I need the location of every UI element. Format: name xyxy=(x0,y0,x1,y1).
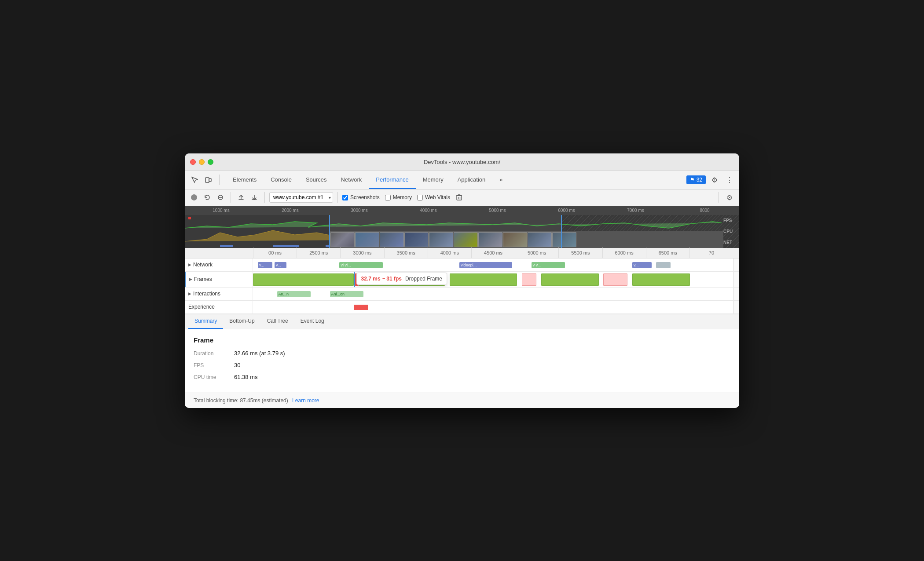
net-scrollbar xyxy=(733,259,739,271)
issues-badge[interactable]: ⚑ 32 xyxy=(686,175,706,184)
svg-rect-10 xyxy=(273,245,299,247)
title-bar: DevTools - www.youtube.com/ xyxy=(185,153,739,171)
reload-button[interactable] xyxy=(202,192,213,203)
download-icon xyxy=(251,194,257,200)
main-tabs: Elements Console Sources Network Perform… xyxy=(226,171,510,189)
summary-title: Frame xyxy=(194,336,730,344)
summary-row-duration: Duration 32.66 ms (at 3.79 s) xyxy=(194,350,730,357)
experience-track-label[interactable]: Experience xyxy=(185,301,253,313)
selection-handle-left[interactable] xyxy=(354,272,355,287)
net-event-7 xyxy=(656,262,671,268)
frame-bar-green-3 xyxy=(450,273,517,286)
interactions-label-text: Interactions xyxy=(193,291,220,297)
r2m-10: 70 xyxy=(689,248,733,258)
overview-ruler: 1000 ms 2000 ms 3000 ms 4000 ms 5000 ms … xyxy=(185,206,739,215)
r2m-1: 2500 ms xyxy=(297,248,340,258)
more-options-button[interactable]: ⋮ xyxy=(723,174,736,186)
interaction-event-2: Ani...on xyxy=(330,291,363,297)
tab-bottom-up[interactable]: Bottom-Up xyxy=(223,314,260,329)
fps-value: 30 xyxy=(234,362,240,368)
memory-checkbox-label[interactable]: Memory xyxy=(385,194,412,200)
target-select-wrap: www.youtube.com #1 xyxy=(269,192,333,203)
frames-track-label[interactable]: ▶ Frames xyxy=(185,272,253,287)
stop-button[interactable] xyxy=(215,192,226,203)
screenshots-checkbox[interactable] xyxy=(342,195,348,200)
tab-summary[interactable]: Summary xyxy=(188,314,223,329)
fps-key: FPS xyxy=(194,362,229,368)
timeline-ruler-2: 00 ms 2500 ms 3000 ms 3500 ms 4000 ms 45… xyxy=(185,248,739,259)
perf-settings-button[interactable]: ⚙ xyxy=(723,191,736,204)
tooltip-label: Dropped Frame xyxy=(405,276,442,282)
tab-elements[interactable]: Elements xyxy=(226,171,264,189)
experience-track-content xyxy=(253,301,733,313)
download-button[interactable] xyxy=(249,192,260,203)
tab-performance[interactable]: Performance xyxy=(369,171,415,189)
maximize-button[interactable] xyxy=(208,159,213,165)
frame-tooltip: 32.7 ms ~ 31 fps Dropped Frame xyxy=(356,273,447,285)
experience-scrollbar xyxy=(733,301,739,313)
close-button[interactable] xyxy=(190,159,196,165)
window-title: DevTools - www.youtube.com/ xyxy=(424,159,500,165)
tab-sources[interactable]: Sources xyxy=(299,171,334,189)
network-track-content: v... v... vi vi... videopl... v v... v..… xyxy=(253,259,733,271)
svg-rect-9 xyxy=(220,245,233,247)
overview-ruler-marks: 1000 ms 2000 ms 3000 ms 4000 ms 5000 ms … xyxy=(187,206,739,215)
performance-toolbar: www.youtube.com #1 Screenshots Memory We… xyxy=(185,189,739,206)
record-circle-icon xyxy=(191,194,197,200)
upload-button[interactable] xyxy=(235,192,247,203)
tab-event-log[interactable]: Event Log xyxy=(294,314,330,329)
interactions-track-row: ▶ Interactions An...n Ani...on xyxy=(185,288,739,301)
r2m-4: 4000 ms xyxy=(428,248,471,258)
ruler-mark-2: 2000 ms xyxy=(256,208,325,213)
target-select[interactable]: www.youtube.com #1 xyxy=(269,192,333,203)
frame-bar-partial-2 xyxy=(603,273,627,286)
interactions-track-label[interactable]: ▶ Interactions xyxy=(185,288,253,300)
r2m-5: 4500 ms xyxy=(471,248,515,258)
frame-bar-partial-1 xyxy=(522,273,536,286)
net-event-3: vi vi... xyxy=(339,262,382,268)
summary-row-fps: FPS 30 xyxy=(194,362,730,368)
r2m-6: 5000 ms xyxy=(515,248,558,258)
tab-call-tree[interactable]: Call Tree xyxy=(261,314,294,329)
network-track-label[interactable]: ▶ Network xyxy=(185,259,253,271)
toolbar-separator-3 xyxy=(337,192,338,203)
toolbar-separator-4 xyxy=(719,192,719,203)
net-event-4: videopl... xyxy=(459,262,512,268)
interactions-scrollbar xyxy=(733,288,739,300)
traffic-lights xyxy=(190,159,213,165)
frames-scrollbar xyxy=(733,272,739,287)
frames-track-content[interactable]: 32.7 ms ~ 31 fps Dropped Frame xyxy=(253,272,733,287)
webvitals-checkbox-label[interactable]: Web Vitals xyxy=(417,194,450,200)
network-label-text: Network xyxy=(193,262,213,268)
tab-memory[interactable]: Memory xyxy=(416,171,451,189)
device-mode-icon[interactable] xyxy=(202,174,215,186)
minimize-button[interactable] xyxy=(199,159,205,165)
ruler-mark-6: 6000 ms xyxy=(532,208,601,213)
tab-network[interactable]: Network xyxy=(334,171,369,189)
webvitals-checkbox[interactable] xyxy=(417,195,423,200)
r2m-8: 6000 ms xyxy=(602,248,646,258)
svg-rect-0 xyxy=(205,178,209,182)
frames-track-row: ▶ Frames 32.7 ms ~ 31 fp xyxy=(185,272,739,288)
inspector-icon[interactable] xyxy=(188,174,201,186)
screenshots-checkbox-label[interactable]: Screenshots xyxy=(342,194,380,200)
learn-more-link[interactable]: Learn more xyxy=(292,397,319,404)
settings-button[interactable]: ⚙ xyxy=(708,174,721,186)
net-event-6: v... xyxy=(632,262,652,268)
tab-application[interactable]: Application xyxy=(451,171,493,189)
trash-button[interactable] xyxy=(454,192,465,203)
selection-region[interactable] xyxy=(329,215,562,248)
tab-more[interactable]: » xyxy=(492,171,510,189)
devtools-tabs-bar: Elements Console Sources Network Perform… xyxy=(185,171,739,189)
svg-rect-4 xyxy=(457,196,462,200)
network-track-row: ▶ Network v... v... vi vi... videopl... … xyxy=(185,259,739,272)
tooltip-fps: 32.7 ms ~ 31 fps xyxy=(361,276,402,282)
duration-value: 32.66 ms (at 3.79 s) xyxy=(234,350,285,357)
checkbox-group: Screenshots Memory Web Vitals xyxy=(342,194,450,200)
experience-label-text: Experience xyxy=(188,304,215,310)
record-button[interactable] xyxy=(188,192,200,203)
tab-console[interactable]: Console xyxy=(264,171,299,189)
memory-checkbox[interactable] xyxy=(385,195,391,200)
summary-footer: Total blocking time: 87.45ms (estimated)… xyxy=(185,393,739,408)
net-event-1: v... xyxy=(258,262,272,268)
